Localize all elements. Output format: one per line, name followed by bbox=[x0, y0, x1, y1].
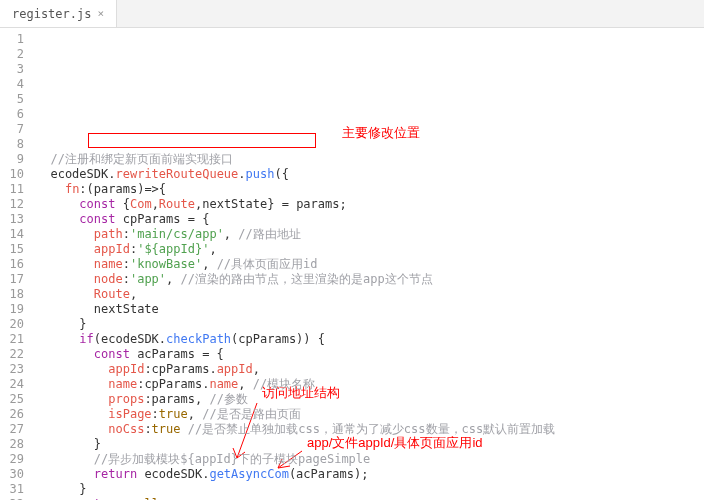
code-line: return ecodeSDK.getAsyncCom(acParams); bbox=[36, 467, 704, 482]
line-number: 15 bbox=[0, 242, 24, 257]
line-number: 20 bbox=[0, 317, 24, 332]
line-gutter: 1234567891011121314151617181920212223242… bbox=[0, 28, 32, 500]
code-line: node:'app', //渲染的路由节点，这里渲染的是app这个节点 bbox=[36, 272, 704, 287]
code-line: name:cpParams.name, //模块名称 bbox=[36, 377, 704, 392]
tab-bar: register.js × bbox=[0, 0, 704, 28]
line-number: 2 bbox=[0, 47, 24, 62]
code-line: } bbox=[36, 437, 704, 452]
line-number: 4 bbox=[0, 77, 24, 92]
line-number: 16 bbox=[0, 257, 24, 272]
line-number: 14 bbox=[0, 227, 24, 242]
code-line: nextState bbox=[36, 302, 704, 317]
code-line: const cpParams = { bbox=[36, 212, 704, 227]
highlight-box-line8 bbox=[88, 133, 316, 148]
line-number: 29 bbox=[0, 452, 24, 467]
code-line: //异步加载模块${appId}下的子模块pageSimple bbox=[36, 452, 704, 467]
line-number: 7 bbox=[0, 122, 24, 137]
tab-register-js[interactable]: register.js × bbox=[0, 0, 117, 27]
code-line: } bbox=[36, 482, 704, 497]
line-number: 18 bbox=[0, 287, 24, 302]
line-number: 11 bbox=[0, 182, 24, 197]
line-number: 23 bbox=[0, 362, 24, 377]
code-line: } bbox=[36, 317, 704, 332]
code-line: path:'main/cs/app', //路由地址 bbox=[36, 227, 704, 242]
line-number: 12 bbox=[0, 197, 24, 212]
line-number: 8 bbox=[0, 137, 24, 152]
code-line: fn:(params)=>{ bbox=[36, 182, 704, 197]
editor: 1234567891011121314151617181920212223242… bbox=[0, 28, 704, 500]
line-number: 28 bbox=[0, 437, 24, 452]
callout-main-modify: 主要修改位置 bbox=[342, 125, 420, 140]
code-line: //注册和绑定新页面前端实现接口 bbox=[36, 152, 704, 167]
code-line: const acParams = { bbox=[36, 347, 704, 362]
line-number: 31 bbox=[0, 482, 24, 497]
line-number: 27 bbox=[0, 422, 24, 437]
line-number: 3 bbox=[0, 62, 24, 77]
line-number: 19 bbox=[0, 302, 24, 317]
line-number: 13 bbox=[0, 212, 24, 227]
line-number: 26 bbox=[0, 407, 24, 422]
line-number: 10 bbox=[0, 167, 24, 182]
line-number: 17 bbox=[0, 272, 24, 287]
line-number: 21 bbox=[0, 332, 24, 347]
line-number: 24 bbox=[0, 377, 24, 392]
close-icon[interactable]: × bbox=[97, 7, 104, 20]
line-number: 30 bbox=[0, 467, 24, 482]
line-number: 5 bbox=[0, 92, 24, 107]
code-line: name:'knowBase', //具体页面应用id bbox=[36, 257, 704, 272]
line-number: 6 bbox=[0, 107, 24, 122]
code-area[interactable]: 主要修改位置 访问地址结构 app/文件appId/具体页面应用id //注册和… bbox=[32, 28, 704, 500]
code-line: isPage:true, //是否是路由页面 bbox=[36, 407, 704, 422]
code-line: ecodeSDK.rewriteRouteQueue.push({ bbox=[36, 167, 704, 182]
line-number: 1 bbox=[0, 32, 24, 47]
code-line: props:params, //参数 bbox=[36, 392, 704, 407]
code-line: appId:cpParams.appId, bbox=[36, 362, 704, 377]
code-line: noCss:true //是否禁止单独加载css，通常为了减少css数量，css… bbox=[36, 422, 704, 437]
code-line: if(ecodeSDK.checkPath(cpParams)) { bbox=[36, 332, 704, 347]
code-line: const {Com,Route,nextState} = params; bbox=[36, 197, 704, 212]
code-line: appId:'${appId}', bbox=[36, 242, 704, 257]
line-number: 22 bbox=[0, 347, 24, 362]
line-number: 25 bbox=[0, 392, 24, 407]
line-number: 9 bbox=[0, 152, 24, 167]
tab-label: register.js bbox=[12, 7, 91, 21]
code-line: Route, bbox=[36, 287, 704, 302]
